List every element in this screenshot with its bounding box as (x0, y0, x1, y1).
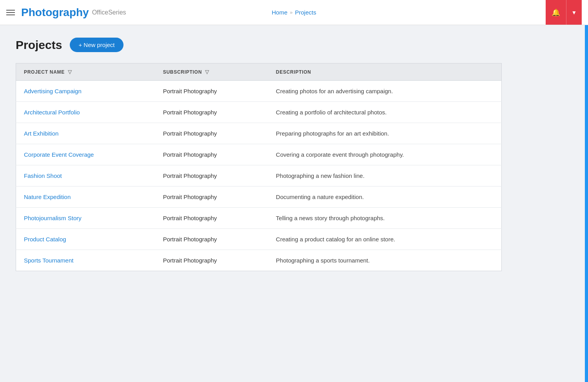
breadcrumb: Home » Projects (272, 9, 316, 16)
app-subtitle: OfficeSeries (92, 9, 126, 16)
table-row: Nature ExpeditionPortrait PhotographyDoc… (16, 186, 502, 208)
app-header: Photography OfficeSeries Home » Projects… (0, 0, 588, 25)
column-description: DESCRIPTION (268, 63, 502, 81)
project-name-cell: Photojournalism Story (16, 208, 155, 229)
subscription-cell: Portrait Photography (155, 144, 268, 165)
new-project-button[interactable]: + New project (70, 38, 123, 52)
project-name-cell: Corporate Event Coverage (16, 144, 155, 165)
table-row: Sports TournamentPortrait PhotographyPho… (16, 250, 502, 271)
main-content: Projects + New project PROJECT NAME ▽ SU… (0, 25, 517, 284)
subscription-cell: Portrait Photography (155, 102, 268, 123)
project-name-cell: Product Catalog (16, 229, 155, 250)
project-name-cell: Sports Tournament (16, 250, 155, 271)
project-name-link[interactable]: Fashion Shoot (24, 172, 62, 179)
projects-table: PROJECT NAME ▽ SUBSCRIPTION ▽ DESCRIPTIO… (16, 63, 502, 271)
project-name-link[interactable]: Corporate Event Coverage (24, 151, 94, 158)
breadcrumb-current: Projects (295, 9, 316, 16)
column-project-name: PROJECT NAME ▽ (16, 63, 155, 81)
description-cell: Documenting a nature expedition. (268, 186, 502, 208)
breadcrumb-home[interactable]: Home (272, 9, 287, 16)
scrollbar[interactable] (585, 0, 588, 284)
chevron-down-icon: ▼ (572, 9, 577, 16)
description-cell: Creating a product catalog for an online… (268, 229, 502, 250)
column-subscription: SUBSCRIPTION ▽ (155, 63, 268, 81)
header-actions: 🔔 ▼ (546, 0, 582, 25)
subscription-cell: Portrait Photography (155, 229, 268, 250)
table-row: Photojournalism StoryPortrait Photograph… (16, 208, 502, 229)
table-row: Advertising CampaignPortrait Photography… (16, 81, 502, 102)
description-cell: Photographing a sports tournament. (268, 250, 502, 271)
project-name-cell: Fashion Shoot (16, 165, 155, 186)
table-header: PROJECT NAME ▽ SUBSCRIPTION ▽ DESCRIPTIO… (16, 63, 502, 81)
description-cell: Photographing a new fashion line. (268, 165, 502, 186)
bell-icon: 🔔 (552, 8, 560, 17)
subscription-cell: Portrait Photography (155, 165, 268, 186)
project-name-cell: Advertising Campaign (16, 81, 155, 102)
menu-icon[interactable] (6, 10, 15, 15)
table-row: Architectural PortfolioPortrait Photogra… (16, 102, 502, 123)
project-name-cell: Nature Expedition (16, 186, 155, 208)
filter-icon-name[interactable]: ▽ (68, 69, 72, 75)
subscription-cell: Portrait Photography (155, 81, 268, 102)
table-row: Corporate Event CoveragePortrait Photogr… (16, 144, 502, 165)
bell-button[interactable]: 🔔 (546, 0, 566, 25)
subscription-cell: Portrait Photography (155, 123, 268, 144)
table-row: Fashion ShootPortrait PhotographyPhotogr… (16, 165, 502, 186)
description-cell: Preparing photographs for an art exhibit… (268, 123, 502, 144)
project-name-cell: Art Exhibition (16, 123, 155, 144)
dropdown-button[interactable]: ▼ (566, 0, 582, 25)
app-title: Photography (21, 6, 89, 19)
project-name-link[interactable]: Art Exhibition (24, 130, 58, 137)
description-cell: Creating photos for an advertising campa… (268, 81, 502, 102)
breadcrumb-separator: » (290, 9, 292, 15)
project-name-cell: Architectural Portfolio (16, 102, 155, 123)
description-cell: Telling a news story through photographs… (268, 208, 502, 229)
project-name-link[interactable]: Advertising Campaign (24, 88, 82, 94)
subscription-cell: Portrait Photography (155, 208, 268, 229)
project-name-link[interactable]: Photojournalism Story (24, 215, 82, 221)
table-row: Product CatalogPortrait PhotographyCreat… (16, 229, 502, 250)
description-cell: Creating a portfolio of architectural ph… (268, 102, 502, 123)
project-name-link[interactable]: Architectural Portfolio (24, 109, 80, 116)
filter-icon-subscription[interactable]: ▽ (205, 69, 209, 75)
header-row: PROJECT NAME ▽ SUBSCRIPTION ▽ DESCRIPTIO… (16, 63, 502, 81)
table-row: Art ExhibitionPortrait PhotographyPrepar… (16, 123, 502, 144)
project-name-link[interactable]: Product Catalog (24, 236, 66, 243)
page-header: Projects + New project (16, 38, 502, 52)
subscription-cell: Portrait Photography (155, 250, 268, 271)
page-title: Projects (16, 38, 62, 52)
project-name-link[interactable]: Nature Expedition (24, 194, 71, 200)
table-body: Advertising CampaignPortrait Photography… (16, 81, 502, 271)
project-name-link[interactable]: Sports Tournament (24, 257, 73, 264)
description-cell: Covering a corporate event through photo… (268, 144, 502, 165)
subscription-cell: Portrait Photography (155, 186, 268, 208)
